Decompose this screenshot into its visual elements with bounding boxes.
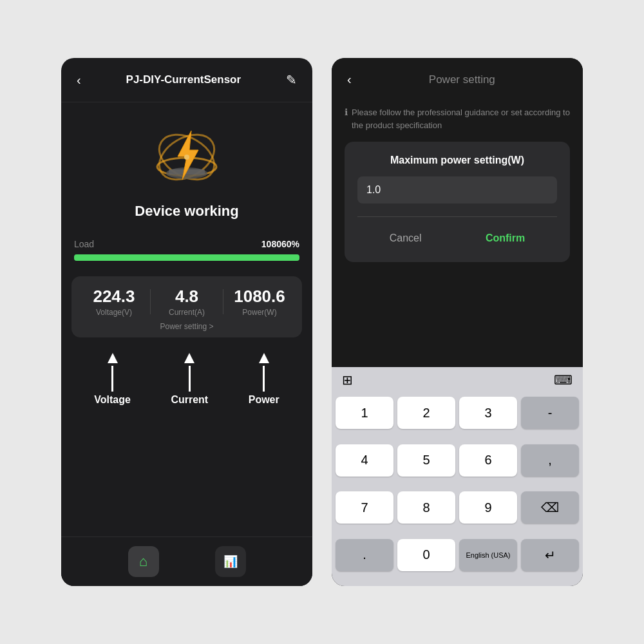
arrows-section: Voltage Current Power bbox=[61, 346, 312, 408]
device-status-text: Device working bbox=[135, 203, 238, 220]
key-backspace[interactable]: ⌫ bbox=[521, 491, 579, 524]
dialog-title: Maximum power setting(W) bbox=[357, 155, 557, 166]
dialog-buttons: Cancel Confirm bbox=[357, 216, 557, 249]
metrics-card: 224.3 Voltage(V) 4.8 Current(A) 1080.6 P… bbox=[71, 276, 302, 337]
key-1[interactable]: 1 bbox=[336, 397, 393, 429]
key-5[interactable]: 5 bbox=[397, 444, 455, 477]
left-footer: ⌂ 📊 bbox=[61, 536, 312, 586]
home-button[interactable]: ⌂ bbox=[128, 546, 159, 577]
key-2[interactable]: 2 bbox=[397, 397, 455, 429]
power-arrow-line bbox=[263, 366, 265, 392]
power-unit: Power(W) bbox=[223, 308, 296, 317]
current-arrow-line bbox=[189, 366, 191, 392]
key-7[interactable]: 7 bbox=[336, 491, 393, 524]
load-section: Load 108060% bbox=[61, 226, 312, 267]
keyboard-toolbar: ⊞ ⌨ bbox=[332, 367, 583, 393]
voltage-metric: 224.3 Voltage(V) bbox=[78, 287, 150, 317]
current-arrow-head bbox=[184, 353, 194, 363]
keyboard-grid-icon[interactable]: ⊞ bbox=[342, 372, 353, 388]
key-8[interactable]: 8 bbox=[397, 491, 455, 524]
key-comma[interactable]: , bbox=[521, 444, 579, 477]
key-9[interactable]: 9 bbox=[459, 491, 517, 524]
info-note: ℹ Please follow the professional guidanc… bbox=[345, 106, 570, 131]
power-setting-dialog: Maximum power setting(W) Cancel Confirm bbox=[345, 142, 570, 262]
right-power-setting-panel: ‹ Power setting ℹ Please follow the prof… bbox=[332, 58, 583, 586]
numeric-keyboard: 1 2 3 - 4 5 6 , 7 8 9 ⌫ . 0 English (USA… bbox=[332, 393, 583, 586]
power-value-input[interactable] bbox=[357, 176, 557, 204]
load-value: 108060% bbox=[261, 239, 299, 249]
power-metric: 1080.6 Power(W) bbox=[223, 287, 296, 317]
load-label: Load bbox=[74, 239, 94, 249]
keyboard-hide-icon[interactable]: ⌨ bbox=[554, 372, 573, 388]
key-dot[interactable]: . bbox=[336, 539, 393, 571]
current-value: 4.8 bbox=[151, 287, 223, 307]
power-label: Power bbox=[249, 394, 279, 406]
chart-icon: 📊 bbox=[223, 554, 238, 569]
voltage-arrow-line bbox=[111, 366, 113, 392]
home-icon: ⌂ bbox=[139, 553, 147, 570]
right-header: ‹ Power setting bbox=[332, 58, 583, 101]
chart-button[interactable]: 📊 bbox=[215, 546, 246, 577]
device-visual: Device working bbox=[61, 102, 312, 226]
voltage-arrow-head bbox=[108, 353, 118, 363]
current-unit: Current(A) bbox=[151, 308, 223, 317]
cancel-button[interactable]: Cancel bbox=[370, 227, 441, 249]
current-metric: 4.8 Current(A) bbox=[151, 287, 223, 317]
key-0[interactable]: 0 bbox=[397, 539, 455, 571]
info-text: Please follow the professional guidance … bbox=[352, 106, 570, 131]
confirm-button[interactable]: Confirm bbox=[466, 227, 544, 249]
voltage-value: 224.3 bbox=[78, 287, 150, 307]
power-setting-link[interactable]: Power setting > bbox=[78, 322, 296, 331]
key-6[interactable]: 6 bbox=[459, 444, 517, 477]
device-title: PJ-DIY-CurrentSensor bbox=[126, 73, 242, 86]
device-icon bbox=[155, 122, 219, 193]
info-icon: ℹ bbox=[345, 107, 348, 117]
current-label: Current bbox=[171, 394, 208, 406]
back-button[interactable]: ‹ bbox=[74, 70, 84, 90]
voltage-label: Voltage bbox=[94, 394, 131, 406]
current-arrow: Current bbox=[171, 353, 208, 406]
power-value: 1080.6 bbox=[223, 287, 296, 307]
left-header: ‹ PJ-DIY-CurrentSensor ✎ bbox=[61, 58, 312, 102]
key-dash[interactable]: - bbox=[521, 397, 579, 429]
progress-bar-background bbox=[74, 254, 299, 261]
right-back-button[interactable]: ‹ bbox=[345, 70, 354, 90]
power-setting-title: Power setting bbox=[354, 73, 570, 86]
edit-button[interactable]: ✎ bbox=[283, 70, 299, 90]
key-enter[interactable]: ↵ bbox=[521, 539, 579, 571]
voltage-unit: Voltage(V) bbox=[78, 308, 150, 317]
power-arrow-head bbox=[259, 353, 269, 363]
power-arrow: Power bbox=[249, 353, 279, 406]
key-language[interactable]: English (USA) bbox=[459, 539, 517, 571]
left-device-panel: ‹ PJ-DIY-CurrentSensor ✎ Device working … bbox=[61, 58, 312, 586]
key-4[interactable]: 4 bbox=[336, 444, 393, 477]
key-3[interactable]: 3 bbox=[459, 397, 517, 429]
voltage-arrow: Voltage bbox=[94, 353, 131, 406]
svg-point-6 bbox=[184, 155, 189, 160]
power-setting-top: ‹ Power setting ℹ Please follow the prof… bbox=[332, 58, 583, 367]
progress-bar-fill bbox=[74, 254, 299, 261]
